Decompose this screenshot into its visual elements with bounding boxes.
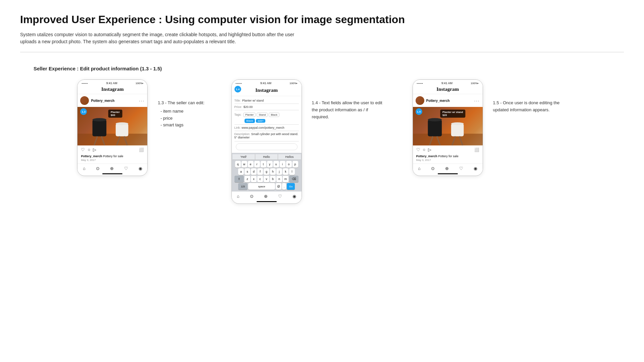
autocomplete-hello[interactable]: Hello: [255, 154, 278, 160]
phone3: ••••• 9:41 AM 100%▪ Instagram Pottery_me…: [413, 79, 483, 176]
phone2-tag-planter[interactable]: Planter: [243, 113, 256, 117]
phone1-home-indicator: [102, 173, 122, 174]
phone2-home-icon[interactable]: ⌂: [237, 194, 239, 199]
key-m[interactable]: m: [283, 176, 288, 182]
phone1-likes-icon[interactable]: ♡: [124, 166, 128, 171]
key-z[interactable]: z: [245, 176, 250, 182]
key-i[interactable]: i: [280, 161, 285, 168]
phone3-caption-name: Pottery_merch: [416, 155, 437, 158]
desc1: 1.3 - The seller can edit: - item name -…: [158, 79, 204, 129]
key-shift[interactable]: ⇧: [234, 176, 244, 182]
key-x[interactable]: x: [251, 176, 257, 182]
divider: [20, 52, 624, 52]
key-e[interactable]: e: [248, 161, 254, 168]
phone2-status-bar: ••••• 9:41 AM 100%▪: [232, 80, 302, 86]
phone3-home-icon[interactable]: ⌂: [418, 166, 421, 171]
phone1-product-price: $00: [111, 114, 120, 117]
key-n[interactable]: n: [276, 176, 282, 182]
phone2-tag-black2[interactable]: Black: [245, 119, 255, 123]
key-j[interactable]: j: [276, 168, 282, 175]
phones-row: ••••• 9:41 AM 100%▪ Instagram Pottery_me…: [20, 79, 624, 204]
key-o[interactable]: o: [286, 161, 292, 168]
phone2-title-field: Title:: [234, 98, 299, 104]
phone2-tag-black1[interactable]: Black: [269, 113, 279, 117]
phone3-likes-icon[interactable]: ♡: [459, 166, 463, 171]
key-b[interactable]: b: [270, 176, 276, 182]
phone3-bookmark-icon[interactable]: ⬜: [474, 147, 479, 152]
key-u[interactable]: u: [273, 161, 279, 168]
phone2-link-field: Link: www.paypal.com/pottery_merch: [234, 125, 299, 131]
key-k[interactable]: k: [283, 168, 288, 175]
key-space[interactable]: space: [248, 183, 275, 190]
key-y[interactable]: y: [267, 161, 273, 168]
desc1-list: - item name - price - smart tags: [158, 108, 204, 129]
key-q[interactable]: q: [235, 161, 241, 168]
page-title: Improved User Experience : Using compute…: [20, 13, 624, 26]
phone3-profile-row: Pottery_merch ···: [413, 94, 483, 107]
phone2-title-label: Title:: [234, 99, 241, 102]
key-p[interactable]: p: [292, 161, 298, 168]
phone2-text-input-bar[interactable]: [236, 143, 298, 150]
autocomplete-hell[interactable]: 'Hell': [232, 154, 255, 160]
phone1-product-image: 1.3 Planter $00: [77, 107, 147, 145]
phone3-caption-row: Pottery_merch Pottery for sale: [413, 154, 483, 158]
key-r[interactable]: r: [254, 161, 260, 168]
phone1-heart-icon[interactable]: ♡: [81, 147, 85, 152]
phone2-add-icon[interactable]: ⊕: [264, 194, 268, 199]
key-w[interactable]: w: [241, 161, 247, 168]
phone3-status-right: 100%▪: [471, 82, 478, 85]
phone2-price-input[interactable]: [244, 105, 299, 109]
key-c[interactable]: c: [257, 176, 263, 182]
phone2: ••••• 9:41 AM 100%▪ 1.4 Instagram Title:: [231, 79, 302, 204]
phone2-desc-label: Description:: [234, 132, 251, 136]
phone1-comment-icon[interactable]: ○: [88, 147, 90, 152]
phone1-date: May 3, 2017: [77, 158, 147, 164]
autocomplete-hellos[interactable]: Hellos: [278, 154, 301, 160]
phone3-profile-icon[interactable]: ◉: [474, 166, 477, 171]
phone2-wrapper: ••••• 9:41 AM 100%▪ 1.4 Instagram Title:: [231, 79, 302, 204]
phone3-bottom-nav: ⌂ ⊙ ⊕ ♡ ◉: [413, 164, 483, 172]
phone1-profile-icon[interactable]: ◉: [139, 166, 142, 171]
key-s[interactable]: s: [245, 168, 250, 175]
desc3: 1.5 - Once user is done editing the upda…: [493, 79, 567, 114]
key-f[interactable]: f: [257, 168, 263, 175]
phone1-bookmark-icon[interactable]: ⬜: [139, 147, 144, 152]
phone2-search-icon[interactable]: ⊙: [250, 194, 254, 199]
svg-point-2: [93, 118, 107, 121]
key-l[interactable]: l: [289, 168, 295, 175]
phone3-heart-icon[interactable]: ♡: [416, 147, 420, 152]
phone1-search-icon[interactable]: ⊙: [96, 166, 100, 171]
phone3-search-icon[interactable]: ⊙: [431, 166, 435, 171]
phone2-status-right: 100%▪: [289, 82, 297, 85]
phone3-share-icon[interactable]: ▷: [428, 147, 431, 152]
desc2: 1.4 - Text fields allow the user to edit…: [312, 79, 386, 120]
key-a[interactable]: a: [238, 168, 244, 175]
key-g[interactable]: g: [264, 168, 269, 175]
phone1-action-row: ♡ ○ ▷ ⬜: [77, 145, 147, 154]
phone1-share-icon[interactable]: ▷: [93, 147, 96, 152]
phone3-add-icon[interactable]: ⊕: [445, 166, 449, 171]
key-d[interactable]: d: [251, 168, 257, 175]
key-delete[interactable]: ⌫: [289, 176, 299, 182]
key-go[interactable]: Go: [287, 183, 295, 190]
phone2-group: ••••• 9:41 AM 100%▪ 1.4 Instagram Title:: [231, 79, 386, 204]
phone2-add-button[interactable]: add+: [256, 119, 265, 123]
phone1-avatar: [80, 96, 89, 105]
key-123[interactable]: 123: [238, 183, 248, 190]
desc3-text: 1.5 - Once user is done editing the upda…: [493, 100, 560, 112]
key-v[interactable]: v: [264, 176, 269, 182]
phone2-profile-icon[interactable]: ◉: [292, 194, 296, 199]
phone2-title-input[interactable]: [242, 99, 299, 102]
phone1-product-label: Planter: [111, 111, 120, 114]
phone2-tag-stand[interactable]: Stand: [257, 113, 268, 117]
phone2-likes-icon[interactable]: ♡: [278, 194, 282, 199]
phone3-comment-icon[interactable]: ○: [423, 147, 426, 152]
key-dot[interactable]: .: [282, 183, 286, 190]
phone1-add-icon[interactable]: ⊕: [110, 166, 114, 171]
phone3-home-indicator: [438, 173, 458, 174]
key-at[interactable]: @: [276, 183, 281, 190]
phone1-home-icon[interactable]: ⌂: [83, 166, 86, 171]
phone1-wrapper: ••••• 9:41 AM 100%▪ Instagram Pottery_me…: [77, 79, 148, 176]
key-h[interactable]: h: [270, 168, 276, 175]
key-t[interactable]: t: [261, 161, 266, 168]
